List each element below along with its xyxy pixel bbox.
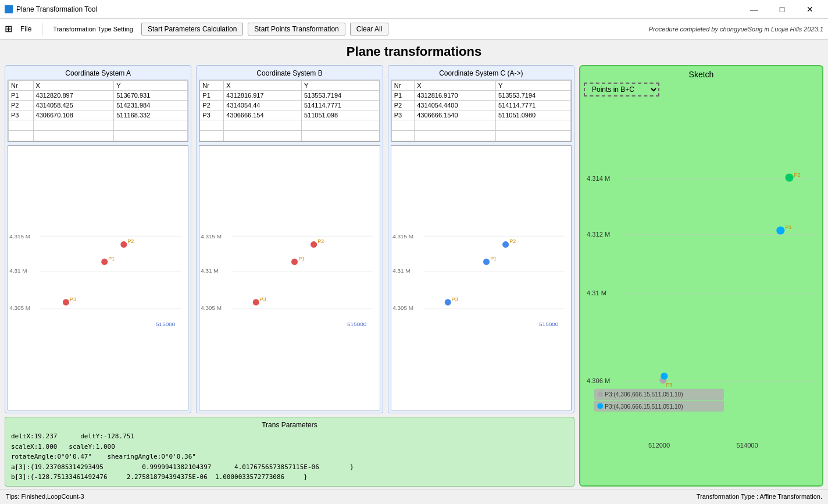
svg-text:P1: P1 <box>108 256 115 262</box>
cell-y[interactable]: 513553.7194 <box>495 91 570 101</box>
svg-point-24 <box>253 299 259 305</box>
title-bar: Plane Transformation Tool — □ ✕ <box>0 0 828 19</box>
table-row[interactable]: P24314058.425514231.984 <box>9 101 188 110</box>
close-button[interactable]: ✕ <box>797 1 823 17</box>
start-params-button[interactable]: Start Parameters Calculation <box>141 23 243 35</box>
cell-nr[interactable]: P2 <box>200 101 224 110</box>
table-row[interactable]: P34306666.1540511051.0980 <box>391 110 570 120</box>
svg-text:4.315 M: 4.315 M <box>392 233 413 240</box>
coord-b-title: Coordinate System B <box>199 68 380 80</box>
coord-a-header-x: X <box>33 81 114 91</box>
table-row[interactable]: P34306670.108511168.332 <box>9 110 188 120</box>
clear-all-button[interactable]: Clear All <box>350 23 389 35</box>
table-row[interactable]: P14312816.9170513553.7194 <box>391 91 570 101</box>
cell-empty <box>301 120 379 131</box>
svg-point-60 <box>597 403 603 409</box>
cell-nr[interactable]: P1 <box>9 91 34 101</box>
cell-empty <box>33 131 114 141</box>
cell-y[interactable]: 514231.984 <box>114 101 188 110</box>
cell-x[interactable]: 4312816.917 <box>224 91 302 101</box>
cell-empty <box>301 131 379 141</box>
svg-point-7 <box>120 241 127 248</box>
coord-c-svg: 4.315 M 4.31 M 4.305 M 515000 P2 P1 P3 <box>391 146 571 410</box>
cell-x[interactable]: 4312816.9170 <box>415 91 496 101</box>
svg-text:512000: 512000 <box>648 442 670 449</box>
svg-text:4.31 M: 4.31 M <box>201 267 219 274</box>
table-row[interactable]: P24314054.44514114.7771 <box>200 101 379 110</box>
cell-nr[interactable]: P3 <box>391 110 415 120</box>
table-row[interactable]: P34306666.154511051.098 <box>200 110 379 120</box>
svg-text:515000: 515000 <box>347 321 367 327</box>
cell-empty <box>415 131 496 141</box>
cell-y[interactable]: 511168.332 <box>114 110 188 120</box>
cell-empty <box>224 120 302 131</box>
start-points-button[interactable]: Start Points Transformation <box>248 23 345 35</box>
cell-nr[interactable]: P1 <box>391 91 415 101</box>
cell-x[interactable]: 4314054.44 <box>224 101 302 110</box>
svg-text:P3:(4,306,666.15,511,051.10): P3:(4,306,666.15,511,051.10) <box>605 391 683 398</box>
trans-line-2: scaleX:1.000 scaleY:1.000 <box>11 442 568 452</box>
svg-text:P3: P3 <box>452 296 458 302</box>
trans-params-text: deltX:19.237 deltY:-128.751 scaleX:1.000… <box>11 431 568 482</box>
app-menu-icon[interactable]: ⊞ <box>5 23 12 34</box>
status-left: Tips: Finished,LoopCount-3 <box>6 493 84 500</box>
sketch-dropdown[interactable]: Points in B+C Points in A Points in B Po… <box>584 83 659 96</box>
svg-point-9 <box>101 259 108 265</box>
svg-point-33 <box>502 241 509 248</box>
cell-nr[interactable]: P1 <box>200 91 224 101</box>
cell-nr[interactable]: P3 <box>9 110 34 120</box>
menu-bar: ⊞ File Transformation Type Setting Start… <box>0 19 828 40</box>
cell-y[interactable]: 514114.7771 <box>495 101 570 110</box>
coord-c-chart: 4.315 M 4.31 M 4.305 M 515000 P2 P1 P3 <box>391 145 572 410</box>
svg-text:4.31 M: 4.31 M <box>587 289 606 296</box>
cell-x[interactable]: 4312820.897 <box>33 91 114 101</box>
table-row-empty <box>391 120 570 131</box>
table-row[interactable]: P14312820.897513670.931 <box>9 91 188 101</box>
cell-y[interactable]: 513553.7194 <box>301 91 379 101</box>
cell-x[interactable]: 4314058.425 <box>33 101 114 110</box>
cell-x[interactable]: 4306666.1540 <box>415 110 496 120</box>
coord-a-title: Coordinate System A <box>8 68 188 80</box>
cell-y[interactable]: 514114.7771 <box>301 101 379 110</box>
minimize-button[interactable]: — <box>741 1 768 17</box>
table-row[interactable]: P24314054.4400514114.7771 <box>391 101 570 110</box>
cell-x[interactable]: 4306666.154 <box>224 110 302 120</box>
cell-empty <box>495 120 570 131</box>
svg-text:4.305 M: 4.305 M <box>201 305 222 311</box>
cell-y[interactable]: 511051.0980 <box>495 110 570 120</box>
table-row[interactable]: P14312816.917513553.7194 <box>200 91 379 101</box>
cell-empty <box>495 131 570 141</box>
content-area: Coordinate System A Nr X Y P14312820.897… <box>0 63 828 489</box>
cell-empty <box>391 120 415 131</box>
trans-params-title: Trans Parameters <box>11 421 568 429</box>
file-menu[interactable]: File <box>17 24 35 34</box>
table-row-empty <box>9 120 188 131</box>
cell-x[interactable]: 4314054.4400 <box>415 101 496 110</box>
svg-point-22 <box>291 259 298 265</box>
table-row-empty <box>391 131 570 141</box>
cell-nr[interactable]: P2 <box>9 101 34 110</box>
coord-c-table-wrapper: Nr X Y P14312816.9170513553.7194P2431405… <box>391 80 572 142</box>
transform-type-menu[interactable]: Transformation Type Setting <box>49 24 137 34</box>
svg-point-54 <box>661 373 668 380</box>
cell-y[interactable]: 511051.098 <box>301 110 379 120</box>
svg-text:P3: P3 <box>70 296 76 302</box>
cell-empty <box>9 131 34 141</box>
cell-nr[interactable]: P3 <box>200 110 224 120</box>
svg-text:P3:(4,306,666.15,511,051.10): P3:(4,306,666.15,511,051.10) <box>605 403 683 410</box>
cell-empty <box>200 131 224 141</box>
svg-point-20 <box>310 241 317 248</box>
maximize-button[interactable]: □ <box>769 1 795 17</box>
cell-empty <box>200 120 224 131</box>
svg-point-35 <box>483 259 490 265</box>
sketch-chart: 4.314 M 4.312 M 4.31 M 4.306 M 512000 51… <box>584 96 819 482</box>
table-row-empty <box>200 120 379 131</box>
coord-c-table: Nr X Y P14312816.9170513553.7194P2431405… <box>391 80 571 141</box>
svg-text:4.306 M: 4.306 M <box>587 377 610 384</box>
cell-x[interactable]: 4306670.108 <box>33 110 114 120</box>
cell-nr[interactable]: P2 <box>391 101 415 110</box>
table-row-empty <box>200 131 379 141</box>
coord-b-chart: 4.315 M 4.31 M 4.305 M 515000 P2 P1 P3 <box>199 145 380 410</box>
trans-line-5: b[3]:{-128.75133461492476 2.275818794394… <box>11 472 568 482</box>
cell-y[interactable]: 513670.931 <box>114 91 188 101</box>
